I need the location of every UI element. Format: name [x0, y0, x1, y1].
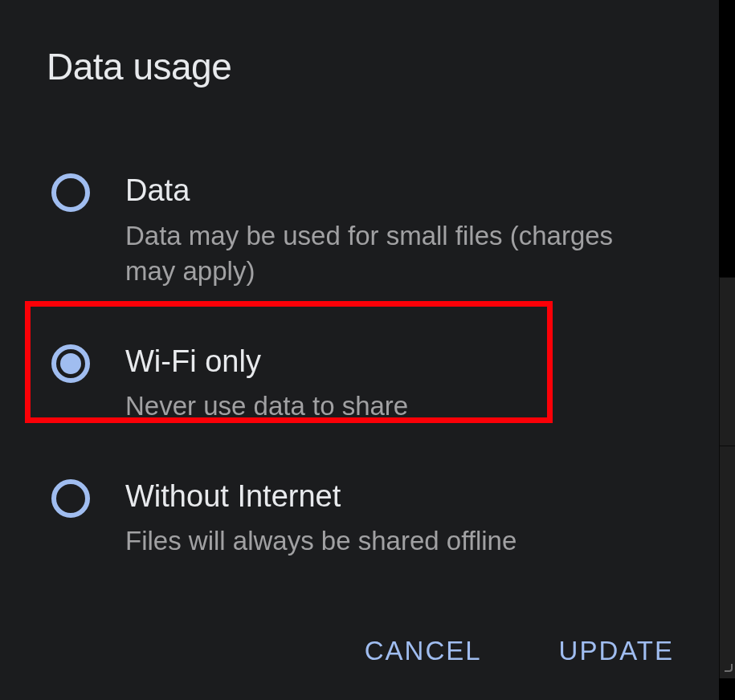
option-without-internet[interactable]: Without Internet Files will always be sh…: [51, 474, 672, 563]
option-label: Wi-Fi only: [125, 343, 408, 381]
cancel-button[interactable]: CANCEL: [361, 631, 485, 671]
background-panel-fragment: [719, 277, 735, 446]
options-group: Data Data may be used for small files (c…: [51, 169, 672, 563]
radio-icon: [51, 173, 90, 212]
update-button[interactable]: UPDATE: [556, 631, 677, 671]
option-wifi-only[interactable]: Wi-Fi only Never use data to share: [51, 340, 672, 428]
option-label: Data: [125, 172, 623, 210]
option-desc: Never use data to share: [125, 389, 408, 425]
radio-icon-selected: [51, 344, 90, 383]
data-usage-dialog: Data usage Data Data may be used for sma…: [0, 0, 719, 700]
option-text: Wi-Fi only Never use data to share: [125, 343, 408, 425]
option-label: Without Internet: [125, 478, 517, 516]
option-data[interactable]: Data Data may be used for small files (c…: [51, 169, 672, 293]
dialog-title: Data usage: [47, 45, 672, 88]
radio-icon: [51, 479, 90, 518]
option-desc: Data may be used for small files (charge…: [125, 218, 623, 290]
option-text: Without Internet Files will always be sh…: [125, 478, 517, 560]
option-text: Data Data may be used for small files (c…: [125, 172, 623, 290]
option-desc: Files will always be shared offline: [125, 523, 517, 560]
background-panel-fragment: [719, 446, 735, 678]
background-strip: [719, 0, 735, 700]
dialog-buttons: CANCEL UPDATE: [361, 631, 677, 671]
